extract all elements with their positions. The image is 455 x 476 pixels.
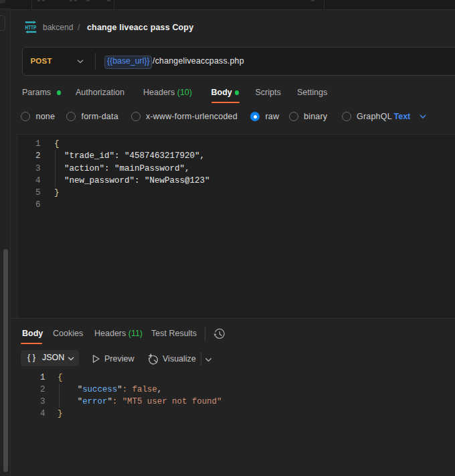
- svg-text:HTTP: HTTP: [25, 24, 36, 31]
